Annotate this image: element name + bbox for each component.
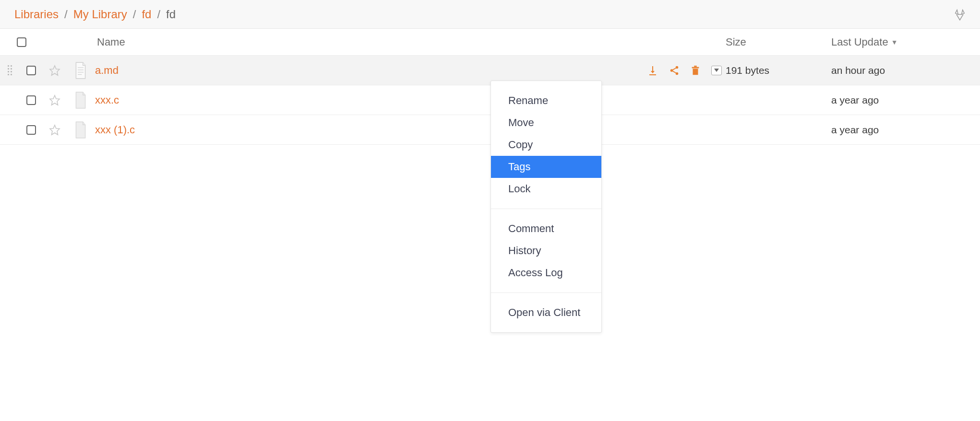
svg-marker-13 (50, 95, 60, 105)
caret-down-icon: ▼ (891, 38, 898, 46)
star-icon[interactable] (43, 94, 66, 106)
menu-item-rename[interactable]: Rename (491, 90, 601, 112)
context-menu: RenameMoveCopyTagsLockCommentHistoryAcce… (490, 81, 602, 145)
menu-item-copy[interactable]: Copy (491, 134, 601, 145)
file-last-update: a year ago (831, 94, 970, 106)
breadcrumb-separator: / (133, 8, 136, 21)
breadcrumb-link-my-library[interactable]: My Library (73, 8, 127, 21)
select-all-checkbox[interactable] (17, 37, 26, 47)
download-icon[interactable] (647, 65, 658, 76)
breadcrumb-link-fd[interactable]: fd (142, 8, 151, 21)
file-last-update: a year ago (831, 124, 970, 136)
breadcrumb: Libraries / My Library / fd / fd (14, 8, 176, 21)
svg-rect-9 (693, 69, 698, 75)
star-icon[interactable] (43, 65, 66, 76)
column-header-name[interactable]: Name (95, 36, 726, 48)
svg-marker-0 (50, 66, 60, 75)
file-name-link[interactable]: a.md (95, 64, 119, 77)
svg-rect-11 (694, 65, 697, 67)
svg-point-6 (670, 69, 673, 72)
menu-item-move[interactable]: Move (491, 112, 601, 134)
breadcrumb-current: fd (166, 8, 176, 21)
svg-rect-10 (692, 67, 699, 68)
file-text-icon (66, 62, 95, 79)
file-blank-icon (66, 92, 95, 109)
column-header-size[interactable]: Size (726, 36, 831, 48)
row-checkbox[interactable] (26, 125, 36, 135)
table-header: Name Size Last Update ▼ (0, 29, 980, 56)
file-name-link[interactable]: xxx (1).c (95, 124, 135, 136)
svg-point-7 (676, 66, 679, 69)
share-icon[interactable] (669, 65, 680, 76)
row-actions (647, 65, 726, 76)
more-actions-button[interactable] (711, 66, 722, 75)
row-checkbox[interactable] (26, 66, 36, 75)
row-checkbox[interactable] (26, 95, 36, 105)
breadcrumb-separator: / (157, 8, 160, 21)
file-name-link[interactable]: xxx.c (95, 94, 119, 106)
table-row[interactable]: xxx.c a year ago (0, 85, 980, 115)
star-icon[interactable] (43, 124, 66, 136)
file-last-update: an hour ago (831, 65, 970, 76)
svg-marker-12 (714, 69, 719, 72)
svg-point-8 (676, 72, 679, 75)
drag-handle-icon[interactable] (0, 65, 19, 75)
svg-rect-5 (649, 74, 656, 75)
table-row[interactable]: xxx (1).c a year ago (0, 115, 980, 145)
breadcrumb-separator: / (64, 8, 68, 21)
trash-icon[interactable] (690, 65, 701, 76)
table-row[interactable]: a.md 191 bytes an hour ago (0, 56, 980, 85)
file-blank-icon (66, 121, 95, 139)
svg-marker-14 (50, 125, 60, 135)
recycle-icon[interactable] (953, 8, 967, 21)
column-header-last-update[interactable]: Last Update ▼ (831, 36, 970, 48)
breadcrumb-bar: Libraries / My Library / fd / fd (0, 0, 980, 29)
breadcrumb-link-libraries[interactable]: Libraries (14, 8, 59, 21)
file-size: 191 bytes (726, 65, 831, 76)
